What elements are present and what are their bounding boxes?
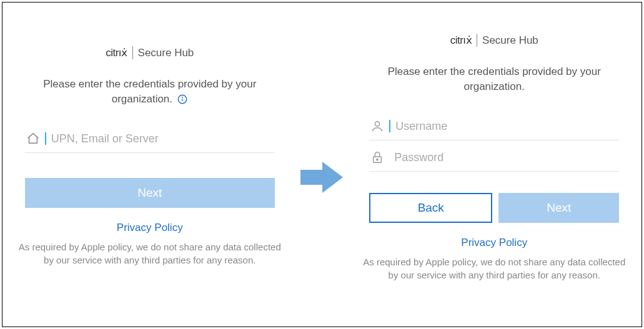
brand-row: citrıẋ Secure Hub [106,46,194,59]
username-input[interactable] [392,119,618,134]
svg-marker-3 [300,162,343,193]
screen-credentials: citrıẋ Secure Hub Please enter the crede… [347,2,642,294]
svg-point-4 [375,122,380,126]
server-field[interactable] [25,125,275,153]
text-cursor [389,120,390,132]
instruction-text-content: Please enter the credentials provided by… [43,78,256,105]
brand-row: citrıẋ Secure Hub [450,34,538,47]
product-name: Secure Hub [138,47,194,59]
password-input[interactable] [388,150,618,165]
button-row: Back Next [369,193,619,223]
privacy-policy-link[interactable]: Privacy Policy [461,237,527,249]
server-input[interactable] [47,132,274,146]
text-cursor [45,132,46,145]
svg-point-2 [182,97,182,98]
disclaimer-text: As required by Apple policy, we do not s… [19,240,281,267]
privacy-policy-link[interactable]: Privacy Policy [117,222,183,234]
arrow-right-icon [300,159,344,196]
disclaimer-text: As required by Apple policy, we do not s… [363,255,625,282]
citrix-logo: citrıẋ [106,46,132,59]
app-frame: citrıẋ Secure Hub Please enter the crede… [2,2,642,327]
username-field[interactable] [369,113,619,140]
instruction-text: Please enter the credentials provided by… [25,77,275,107]
next-button[interactable]: Next [25,178,275,208]
password-field[interactable] [369,144,619,172]
back-button[interactable]: Back [369,193,492,223]
citrix-logo: citrıẋ [450,34,477,47]
instruction-text: Please enter the credentials provided by… [369,64,619,94]
svg-point-6 [377,159,378,160]
info-icon[interactable] [177,94,188,105]
flow-arrow [297,2,347,196]
home-icon [26,132,44,145]
lock-icon [370,150,388,164]
user-icon [370,119,388,133]
button-row: Next [25,178,275,208]
product-name: Secure Hub [482,34,538,47]
screen-enter-server: citrıẋ Secure Hub Please enter the crede… [2,2,297,279]
next-button[interactable]: Next [498,193,619,223]
